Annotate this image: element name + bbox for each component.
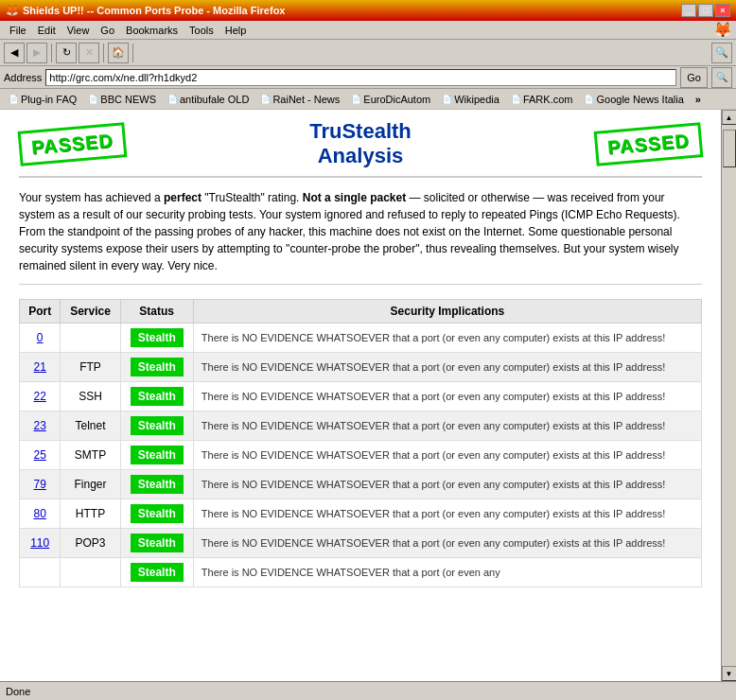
page-content-area: PASSED TruStealth Analysis PASSED Your s… <box>0 110 721 681</box>
implications-text: There is NO EVIDENCE WHATSOEVER that a p… <box>193 353 701 382</box>
vertical-scrollbar[interactable]: ▲ ▼ <box>721 110 736 681</box>
bookmark-label: Plug-in FAQ <box>21 94 77 105</box>
menu-view[interactable]: View <box>61 23 96 38</box>
implications-text: There is NO EVIDENCE WHATSOEVER that a p… <box>193 324 701 353</box>
service-name: FTP <box>61 353 120 382</box>
status-cell: Stealth <box>120 411 193 441</box>
port-number[interactable]: 25 <box>20 441 61 470</box>
menu-bookmarks[interactable]: Bookmarks <box>120 23 184 38</box>
firefox-logo-icon: 🦊 <box>713 21 732 39</box>
page-title: TruStealth Analysis <box>309 119 412 168</box>
address-label: Address <box>4 72 42 83</box>
title-bar: 🦊 Shields UP!! -- Common Ports Probe - M… <box>0 0 736 21</box>
reload-button[interactable]: ↻ <box>56 43 77 63</box>
implications-text: There is NO EVIDENCE WHATSOEVER that a p… <box>193 529 701 558</box>
table-row: Stealth There is NO EVIDENCE WHATSOEVER … <box>20 558 702 587</box>
forward-button[interactable]: ▶ <box>26 43 47 63</box>
implications-text: There is NO EVIDENCE WHATSOEVER that a p… <box>193 558 701 587</box>
scrollbar-track[interactable] <box>722 125 737 666</box>
status-cell: Stealth <box>120 441 193 470</box>
menu-help[interactable]: Help <box>219 23 253 38</box>
stealth-badge: Stealth <box>131 504 184 523</box>
implications-text: There is NO EVIDENCE WHATSOEVER that a p… <box>193 441 701 470</box>
bookmark-label: Google News Italia <box>596 94 683 105</box>
port-number[interactable]: 23 <box>20 411 61 441</box>
stealth-badge: Stealth <box>131 563 184 582</box>
port-number[interactable]: 22 <box>20 382 61 411</box>
col-port: Port <box>20 300 61 324</box>
page-title-center: TruStealth Analysis <box>309 119 412 168</box>
menu-tools[interactable]: Tools <box>184 23 219 38</box>
bookmark-antibufale[interactable]: 📄 antibufale OLD <box>163 93 254 106</box>
port-number[interactable]: 80 <box>20 499 61 529</box>
implications-text: There is NO EVIDENCE WHATSOEVER that a p… <box>193 411 701 441</box>
bookmark-bbc-news[interactable]: 📄 BBC NEWS <box>83 93 161 106</box>
bookmark-label: FARK.com <box>523 94 573 105</box>
bookmark-googlenews[interactable]: 📄 Google News Italia <box>579 93 688 106</box>
page-header: PASSED TruStealth Analysis PASSED <box>19 119 702 178</box>
status-cell: Stealth <box>120 470 193 499</box>
search-button[interactable]: 🔍 <box>711 43 732 63</box>
bookmark-more[interactable]: » <box>691 93 706 106</box>
scrollbar-thumb[interactable] <box>723 130 736 167</box>
status-bar: Done <box>0 681 736 700</box>
toolbar-separator-3 <box>132 44 133 62</box>
bookmark-icon: 📄 <box>260 95 271 104</box>
go-button[interactable]: Go <box>680 67 708 88</box>
port-number[interactable]: 21 <box>20 353 61 382</box>
service-name: SMTP <box>61 441 120 470</box>
bookmark-icon: 📄 <box>442 95 452 104</box>
bookmark-eurodicautom[interactable]: 📄 EuroDicAutom <box>346 93 435 106</box>
port-number[interactable]: 110 <box>20 529 61 558</box>
service-name: Telnet <box>61 411 120 441</box>
port-number[interactable]: 0 <box>20 324 61 353</box>
menu-go[interactable]: Go <box>95 23 120 38</box>
scroll-down-button[interactable]: ▼ <box>722 666 737 681</box>
bookmark-icon: 📄 <box>584 95 594 104</box>
minimize-button[interactable]: _ <box>681 4 696 17</box>
bold-no-packet: Not a single packet <box>303 191 406 204</box>
bookmark-icon: 📄 <box>351 95 361 104</box>
stealth-badge: Stealth <box>131 534 184 552</box>
stealth-badge: Stealth <box>131 358 184 376</box>
home-button[interactable]: 🏠 <box>108 43 129 63</box>
address-input[interactable] <box>45 69 676 86</box>
bookmark-icon: 📄 <box>167 95 178 104</box>
bookmark-plugin-faq[interactable]: 📄 Plug-in FAQ <box>4 93 81 106</box>
close-button[interactable]: × <box>715 4 730 17</box>
status-cell: Stealth <box>120 382 193 411</box>
menu-edit[interactable]: Edit <box>32 23 61 38</box>
service-name: POP3 <box>61 529 120 558</box>
window-controls[interactable]: _ □ × <box>681 4 730 17</box>
menu-file[interactable]: File <box>4 23 32 38</box>
stealth-badge: Stealth <box>131 387 184 406</box>
port-number[interactable]: 79 <box>20 470 61 499</box>
window-title: Shields UP!! -- Common Ports Probe - Moz… <box>23 5 285 16</box>
table-row: 0 Stealth There is NO EVIDENCE WHATSOEVE… <box>20 324 702 353</box>
back-button[interactable]: ◀ <box>4 43 25 63</box>
search-icon[interactable]: 🔍 <box>711 67 732 88</box>
table-row: 110 POP3 Stealth There is NO EVIDENCE WH… <box>20 529 702 558</box>
status-cell: Stealth <box>120 324 193 353</box>
maximize-button[interactable]: □ <box>698 4 713 17</box>
bookmark-rainet[interactable]: 📄 RaiNet - News <box>255 93 344 106</box>
status-cell: Stealth <box>120 558 193 587</box>
table-row: 80 HTTP Stealth There is NO EVIDENCE WHA… <box>20 499 702 529</box>
col-implications: Security Implications <box>193 300 701 324</box>
bookmarks-bar: 📄 Plug-in FAQ 📄 BBC NEWS 📄 antibufale OL… <box>0 89 736 110</box>
stop-button[interactable]: ✕ <box>79 43 99 63</box>
port-number[interactable] <box>20 558 61 587</box>
stealth-badge: Stealth <box>131 328 184 347</box>
status-cell: Stealth <box>120 499 193 529</box>
stealth-badge: Stealth <box>131 475 184 494</box>
bookmark-wikipedia[interactable]: 📄 Wikipedia <box>437 93 504 106</box>
table-row: 79 Finger Stealth There is NO EVIDENCE W… <box>20 470 702 499</box>
implications-text: There is NO EVIDENCE WHATSOEVER that a p… <box>193 470 701 499</box>
bookmark-fark[interactable]: 📄 FARK.com <box>506 93 578 106</box>
table-row: 22 SSH Stealth There is NO EVIDENCE WHAT… <box>20 382 702 411</box>
scroll-up-button[interactable]: ▲ <box>722 110 737 125</box>
results-table: Port Service Status Security Implication… <box>19 299 702 587</box>
service-name: Finger <box>61 470 120 499</box>
bookmark-label: EuroDicAutom <box>363 94 430 105</box>
passed-stamp-right: PASSED <box>594 122 704 166</box>
